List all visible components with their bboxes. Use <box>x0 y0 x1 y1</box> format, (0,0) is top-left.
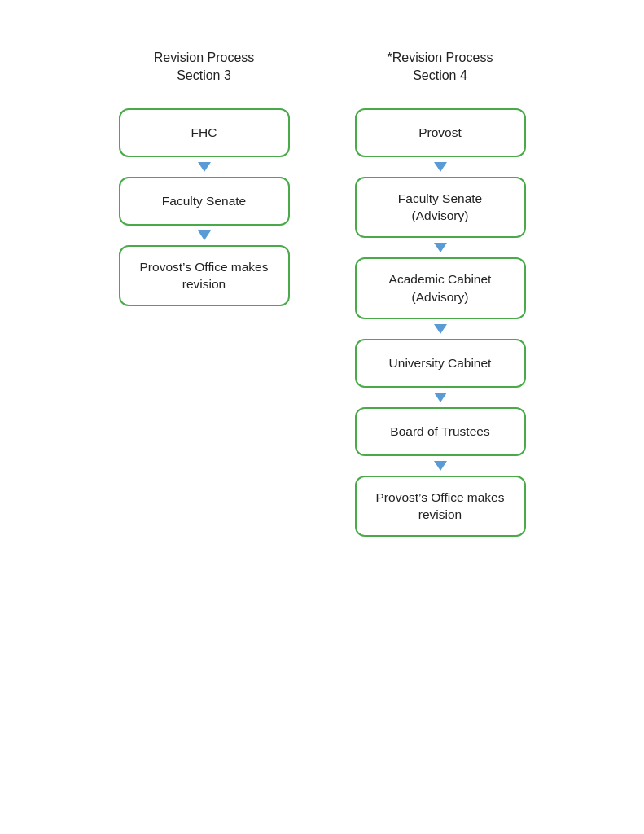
university-cabinet-s4-box: University Cabinet <box>355 339 526 388</box>
fhc-box: FHC <box>119 108 290 157</box>
faculty-senate-s4-box: Faculty Senate (Advisory) <box>355 177 526 238</box>
provost-office-s3-box: Provost’s Office makes revision <box>119 245 290 306</box>
section4-title: *Revision ProcessSection 4 <box>388 49 493 86</box>
section3-column: Revision ProcessSection 3 FHC Faculty Se… <box>111 49 298 537</box>
arrow-s4-1 <box>434 162 447 172</box>
section3-title: Revision ProcessSection 3 <box>154 49 255 86</box>
provost-s4-box: Provost <box>355 108 526 157</box>
arrow-s3-1 <box>198 162 211 172</box>
arrow-s4-2 <box>434 243 447 252</box>
arrow-s4-3 <box>434 324 447 334</box>
arrow-s4-5 <box>434 461 447 471</box>
board-of-trustees-s4-box: Board of Trustees <box>355 407 526 456</box>
arrow-s3-2 <box>198 230 211 240</box>
arrow-s4-4 <box>434 393 447 402</box>
faculty-senate-s3-box: Faculty Senate <box>119 177 290 226</box>
provost-office-s4-box: Provost’s Office makes revision <box>355 476 526 537</box>
section4-column: *Revision ProcessSection 4 Provost Facul… <box>347 49 534 537</box>
academic-cabinet-s4-box: Academic Cabinet (Advisory) <box>355 257 526 318</box>
page: Revision ProcessSection 3 FHC Faculty Se… <box>16 33 628 537</box>
